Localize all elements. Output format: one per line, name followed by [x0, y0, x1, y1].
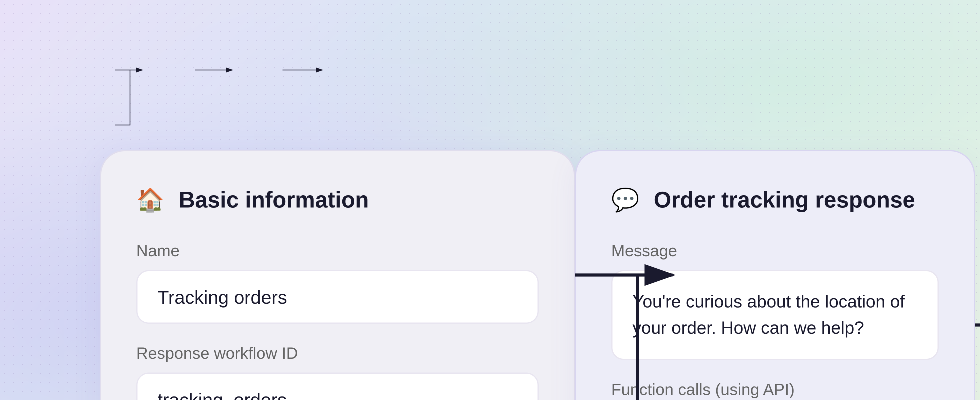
chat-icon-tracking: 💬 [611, 186, 639, 214]
card-basic-header: 🏠 Basic information [136, 186, 539, 214]
card-tracking-header: 💬 Order tracking response [611, 186, 939, 214]
home-icon: 🏠 [136, 186, 164, 214]
workflow-label: Response workflow ID [136, 344, 539, 362]
name-value: Tracking orders [136, 270, 539, 324]
card-tracking-title: Order tracking response [654, 187, 915, 213]
basic-information-card: 🏠 Basic information Name Tracking orders… [100, 150, 575, 400]
tracking-message-text: You're curious about the location of you… [611, 270, 939, 360]
card-basic-title: Basic information [179, 187, 369, 213]
name-label: Name [136, 241, 539, 260]
order-tracking-card: 💬 Order tracking response Message You're… [575, 150, 975, 400]
function-label: Function calls (using API) [611, 380, 939, 399]
workflow-value: tracking_orders [136, 373, 539, 400]
tracking-message-label: Message [611, 241, 939, 260]
